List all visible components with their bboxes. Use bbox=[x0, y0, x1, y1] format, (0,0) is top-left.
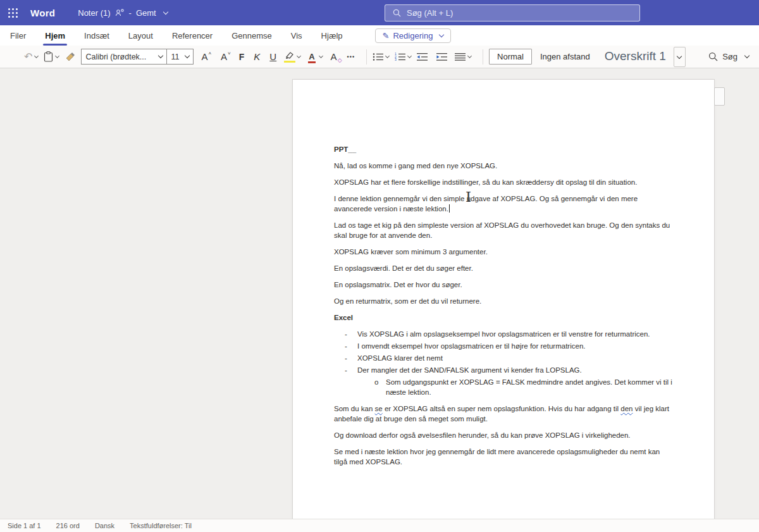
shrink-font-button[interactable]: A ˅ bbox=[221, 52, 230, 61]
paste-button[interactable] bbox=[44, 51, 59, 62]
format-painter-button[interactable] bbox=[65, 52, 75, 62]
paragraph[interactable]: Som du kan se er XOPSLAG altså en super … bbox=[334, 404, 675, 424]
document-body[interactable]: PPT__Nå, lad os komme i gang med den nye… bbox=[293, 80, 714, 467]
style-overskrift-1[interactable]: Overskrift 1 bbox=[598, 49, 672, 65]
paragraph[interactable]: Lad os tage et kig på den simpleste vers… bbox=[334, 220, 675, 240]
editing-mode-button[interactable]: ✎ Redigering bbox=[375, 28, 452, 43]
chevron-down-icon bbox=[677, 53, 682, 58]
formatting-toolbar: ↶ Calibri (brødtek... 11 A ˄ A ˅ F bbox=[0, 46, 759, 68]
ribbon-tab-gennemse[interactable]: Gennemse bbox=[231, 30, 273, 42]
list-bullet: - bbox=[345, 329, 357, 339]
chevron-down-icon bbox=[467, 53, 472, 58]
style-ingen-afstand[interactable]: Ingen afstand bbox=[532, 49, 598, 65]
list-bullet: - bbox=[345, 365, 357, 375]
styles-gallery: NormalIngen afstandOverskrift 1 bbox=[489, 49, 672, 65]
chevron-down-icon bbox=[55, 53, 59, 58]
more-font-options-button[interactable]: ••• bbox=[347, 54, 355, 60]
list-item[interactable]: -I omvendt eksempel hvor opslagsmatricen… bbox=[334, 341, 675, 351]
undo-button[interactable]: ↶ bbox=[24, 52, 38, 62]
font-color-icon: A bbox=[309, 53, 314, 61]
increase-indent-button[interactable] bbox=[436, 53, 447, 61]
chevron-down-icon bbox=[34, 53, 39, 58]
app-header: Word Noter (1) - Gemt Søg (Alt + L) bbox=[0, 0, 759, 25]
grow-font-icon: A bbox=[201, 52, 207, 61]
italic-button[interactable]: K bbox=[254, 52, 260, 61]
paragraph[interactable]: En opslagsmatrix. Det er hvor du søger. bbox=[334, 280, 675, 290]
paragraph[interactable]: Og download derfor også øvelsesfilen her… bbox=[334, 430, 675, 440]
paragraph[interactable]: Se med i næste lektion hvor jeg gennemgå… bbox=[334, 447, 675, 467]
font-name-select[interactable]: Calibri (brødtek... bbox=[82, 53, 166, 61]
grammar-flagged-word: den bbox=[620, 405, 632, 412]
chevron-down-icon bbox=[163, 9, 168, 14]
chevron-down-icon bbox=[297, 53, 301, 58]
ribbon-tab-indsæt[interactable]: Indsæt bbox=[83, 30, 110, 42]
page-side-tab[interactable] bbox=[714, 87, 725, 106]
chevron-down-icon bbox=[185, 53, 190, 58]
document-title[interactable]: Noter (1) bbox=[78, 8, 110, 18]
list-bullet: o bbox=[374, 377, 386, 397]
paragraph[interactable]: PPT__ bbox=[334, 144, 675, 154]
document-page[interactable]: PPT__Nå, lad os komme i gang med den nye… bbox=[292, 79, 715, 519]
ribbon-tab-filer[interactable]: Filer bbox=[9, 30, 27, 42]
font-size-select[interactable]: 11 bbox=[166, 49, 193, 64]
ribbon-tab-hjem[interactable]: Hjem bbox=[44, 30, 66, 42]
caret-down-icon: ˅ bbox=[228, 51, 231, 56]
paragraph[interactable]: XOPSLAG kræver som minimum 3 argumenter. bbox=[334, 247, 675, 257]
list-item[interactable]: -Der mangler det der SAND/FALSK argument… bbox=[334, 365, 675, 375]
ribbon-search-label: Søg bbox=[722, 52, 737, 61]
text-insertion-caret bbox=[449, 204, 450, 213]
ribbon-tab-layout[interactable]: Layout bbox=[128, 30, 154, 42]
ribbon-tab-vis[interactable]: Vis bbox=[290, 30, 303, 42]
chevron-down-icon bbox=[319, 53, 323, 58]
list-item-text: Som udgangspunkt er XOPSLAG = FALSK medm… bbox=[386, 377, 675, 397]
app-launcher-icon[interactable] bbox=[0, 0, 25, 25]
app-name: Word bbox=[30, 8, 55, 18]
chevron-down-icon bbox=[385, 53, 390, 58]
alignment-button[interactable] bbox=[455, 53, 471, 61]
ribbon-tab-hjælp[interactable]: Hjælp bbox=[321, 30, 343, 42]
font-name-value: Calibri (brødtek... bbox=[85, 53, 146, 61]
search-placeholder: Søg (Alt + L) bbox=[407, 8, 453, 18]
grow-font-button[interactable]: A ˄ bbox=[201, 52, 211, 61]
paragraph[interactable]: I denne lektion gennemgår vi den simple … bbox=[334, 194, 675, 214]
ribbon-tab-referencer[interactable]: Referencer bbox=[171, 30, 213, 42]
ribbon-search-button[interactable]: Søg bbox=[708, 52, 749, 61]
word-count-status[interactable]: 216 ord bbox=[56, 522, 80, 529]
search-input[interactable]: Søg (Alt + L) bbox=[385, 4, 640, 22]
chevron-down-icon bbox=[407, 53, 412, 58]
styles-gallery-expand-button[interactable] bbox=[674, 47, 686, 67]
list-item[interactable]: -XOPSLAG klarer det nemt bbox=[334, 353, 675, 363]
underline-button[interactable]: U bbox=[269, 52, 276, 61]
grammar-flagged-word: se bbox=[375, 405, 383, 412]
page-count-status[interactable]: Side 1 af 1 bbox=[8, 522, 41, 529]
text-effects-button[interactable]: A ◇ bbox=[331, 52, 337, 61]
language-status[interactable]: Dansk bbox=[95, 522, 114, 529]
paragraph[interactable]: Nå, lad os komme i gang med den nye XOPS… bbox=[334, 161, 675, 171]
title-separator: - bbox=[129, 8, 132, 18]
decrease-indent-button[interactable] bbox=[417, 53, 428, 61]
style-normal[interactable]: Normal bbox=[489, 49, 532, 65]
caret-up-icon: ˄ bbox=[208, 51, 211, 56]
paragraph[interactable]: Og en returmatrix, som er det du vil ret… bbox=[334, 296, 675, 306]
waffle-icon bbox=[8, 8, 18, 18]
list-item[interactable]: oSom udgangspunkt er XOPSLAG = FALSK med… bbox=[334, 377, 675, 397]
paragraph[interactable]: En opslagsværdi. Det er det du søger eft… bbox=[334, 263, 675, 273]
status-bar: Side 1 af 1 216 ord Dansk Tekstfuldførel… bbox=[0, 519, 759, 532]
bold-button[interactable]: F bbox=[239, 53, 245, 61]
list-bullet: - bbox=[345, 341, 357, 351]
search-icon bbox=[393, 9, 401, 17]
paragraph[interactable]: XOPSLAG har et flere forskellige indstil… bbox=[334, 177, 675, 187]
chevron-down-icon bbox=[744, 53, 750, 58]
list-item[interactable]: -Vis XOPSLAG i alm opslagseksempel hvor … bbox=[334, 329, 675, 339]
list-item-text: I omvendt eksempel hvor opslagsmatricen … bbox=[357, 341, 585, 351]
highlight-color-button[interactable] bbox=[285, 51, 300, 62]
bullet-list-button[interactable] bbox=[373, 53, 389, 61]
numbered-list-button[interactable]: 1 2 3 bbox=[395, 53, 411, 61]
text-predictions-status[interactable]: Tekstfuldførelser: Til bbox=[130, 522, 192, 529]
paragraph[interactable]: Excel bbox=[334, 312, 675, 323]
save-status[interactable]: Gemt bbox=[136, 8, 156, 18]
italic-icon: K bbox=[254, 52, 260, 61]
font-color-button[interactable]: A bbox=[309, 53, 322, 61]
text-effects-icon: A ◇ bbox=[331, 52, 337, 61]
document-title-group[interactable]: Noter (1) - Gemt bbox=[78, 8, 167, 18]
